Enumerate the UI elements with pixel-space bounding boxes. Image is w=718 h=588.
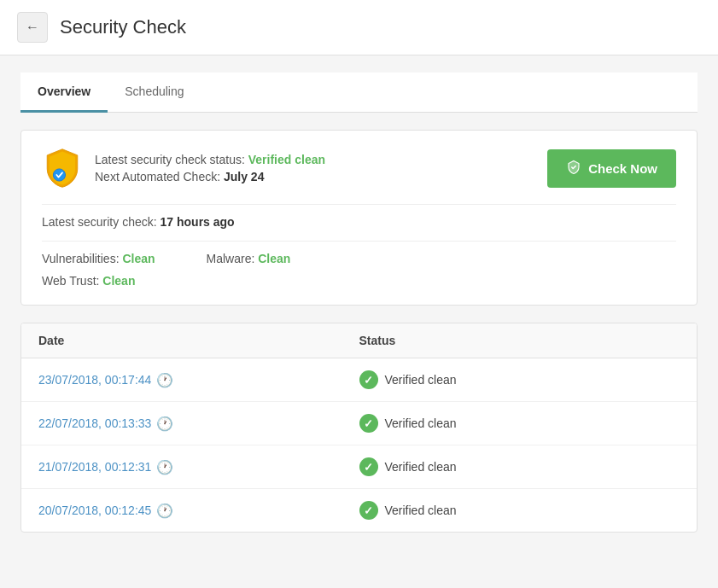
status-text-block: Latest security check status: Verified c… [95, 153, 325, 183]
page-header: ← Security Check [0, 0, 718, 55]
web-trust-row: Web Trust: Clean [42, 274, 676, 288]
table-row: 22/07/2018, 00:13:33 🕐 ✓ Verified clean [21, 402, 697, 445]
divider-2 [42, 241, 676, 242]
svg-point-0 [53, 169, 65, 181]
malware-value: Clean [258, 252, 290, 265]
check-now-button[interactable]: Check Now [547, 149, 676, 188]
metrics-row: Vulnerabilities: Clean Malware: Clean [42, 252, 676, 265]
next-check-line: Next Automated Check: July 24 [95, 170, 325, 183]
back-button[interactable]: ← [17, 12, 48, 43]
page-title: Security Check [60, 16, 186, 38]
main-content: Overview Scheduling Latest security chec [0, 55, 718, 550]
verified-icon: ✓ [359, 414, 378, 433]
status-cell: ✓ Verified clean [359, 501, 680, 520]
vulnerabilities-metric: Vulnerabilities: Clean [42, 252, 155, 265]
web-trust-value: Clean [102, 274, 135, 288]
status-card: Latest security check status: Verified c… [20, 130, 698, 306]
verified-icon: ✓ [359, 501, 378, 520]
tab-overview[interactable]: Overview [20, 73, 108, 113]
table-header: Date Status [21, 323, 697, 358]
shield-check-icon [566, 160, 581, 178]
tab-scheduling[interactable]: Scheduling [108, 73, 201, 113]
clock-icon: 🕐 [156, 372, 173, 388]
status-text: Verified clean [385, 460, 457, 474]
status-cell: ✓ Verified clean [359, 457, 680, 476]
table-row: 23/07/2018, 00:17:44 🕐 ✓ Verified clean [21, 358, 697, 402]
table-row: 21/07/2018, 00:12:31 🕐 ✓ Verified clean [21, 445, 697, 489]
latest-status-prefix: Latest security check status: [95, 153, 248, 166]
status-info: Latest security check status: Verified c… [42, 148, 325, 189]
tabs-bar: Overview Scheduling [20, 73, 698, 113]
clock-icon: 🕐 [156, 459, 173, 475]
status-row: Latest security check status: Verified c… [42, 148, 676, 189]
check-now-label: Check Now [588, 161, 657, 176]
date-text: 21/07/2018, 00:12:31 [38, 460, 151, 474]
latest-check-prefix: Latest security check: [42, 215, 161, 229]
shield-icon [42, 148, 83, 189]
status-line: Latest security check status: Verified c… [95, 153, 325, 166]
status-cell: ✓ Verified clean [359, 414, 680, 433]
status-text: Verified clean [385, 373, 457, 387]
back-arrow-icon: ← [26, 20, 39, 35]
next-check-prefix: Next Automated Check: [95, 170, 224, 183]
date-text: 23/07/2018, 00:17:44 [38, 373, 151, 387]
status-text: Verified clean [385, 416, 457, 430]
malware-metric: Malware: Clean [207, 252, 291, 265]
latest-check-value: 17 hours ago [161, 215, 235, 229]
verified-icon: ✓ [359, 370, 378, 389]
table-row: 20/07/2018, 00:12:45 🕐 ✓ Verified clean [21, 489, 697, 532]
status-text: Verified clean [385, 504, 457, 517]
date-link[interactable]: 21/07/2018, 00:12:31 🕐 [38, 459, 359, 475]
date-link[interactable]: 20/07/2018, 00:12:45 🕐 [38, 503, 359, 519]
vulnerabilities-value: Clean [122, 252, 155, 265]
date-link[interactable]: 22/07/2018, 00:13:33 🕐 [38, 416, 359, 432]
date-text: 20/07/2018, 00:12:45 [38, 504, 151, 517]
status-cell: ✓ Verified clean [359, 370, 680, 389]
malware-prefix: Malware: [207, 252, 259, 265]
clock-icon: 🕐 [156, 503, 173, 519]
history-table: Date Status 23/07/2018, 00:17:44 🕐 ✓ Ver… [20, 323, 698, 533]
col-header-status: Status [359, 334, 680, 347]
date-link[interactable]: 23/07/2018, 00:17:44 🕐 [38, 372, 359, 388]
divider-1 [42, 204, 676, 205]
web-trust-prefix: Web Trust: [42, 274, 102, 288]
verified-icon: ✓ [359, 457, 378, 476]
date-text: 22/07/2018, 00:13:33 [38, 416, 151, 430]
clock-icon: 🕐 [156, 416, 173, 432]
col-header-date: Date [38, 334, 359, 347]
latest-status-value: Verified clean [248, 153, 325, 166]
next-check-date: July 24 [224, 170, 264, 183]
latest-check-row: Latest security check: 17 hours ago [42, 215, 676, 229]
vulnerabilities-prefix: Vulnerabilities: [42, 252, 122, 265]
